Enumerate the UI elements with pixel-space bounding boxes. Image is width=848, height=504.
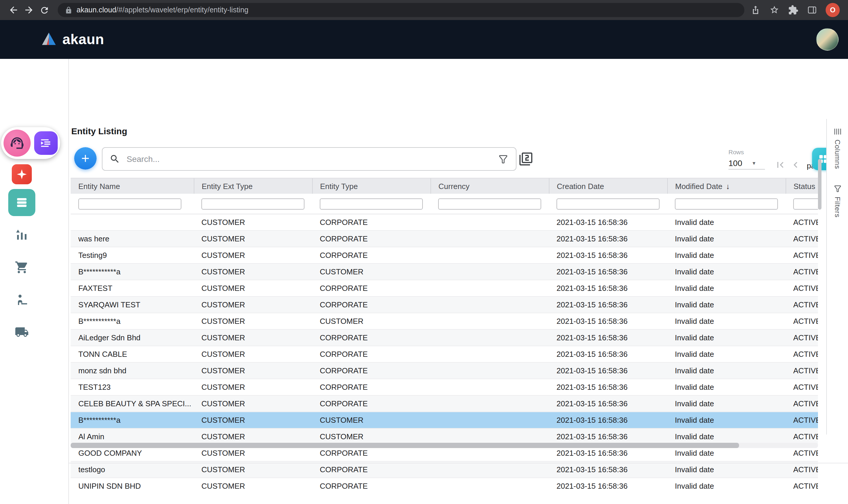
cell-name: Al Amin — [71, 428, 194, 445]
cell-created: 2021-03-15 16:58:36 — [549, 346, 667, 362]
column-header-currency[interactable]: Currency — [431, 178, 549, 194]
table-row[interactable]: B***********aCUSTOMERCUSTOMER2021-03-15 … — [71, 263, 818, 280]
column-header-entity-ext-type[interactable]: Entity Ext Type — [194, 178, 312, 194]
support-agent-button[interactable] — [3, 129, 31, 157]
analytics-icon — [15, 228, 29, 242]
side-panel-icon[interactable] — [807, 5, 817, 15]
column-header-status[interactable]: Status — [786, 178, 818, 194]
sidebar-item-shipping[interactable] — [14, 324, 30, 340]
column-header-entity-name[interactable]: Entity Name — [71, 178, 194, 194]
table-row[interactable]: Testing9CUSTOMERCORPORATE2021-03-15 16:5… — [71, 247, 818, 263]
chevron-down-icon: ▼ — [752, 160, 756, 166]
filter-input-creation-date[interactable] — [557, 198, 660, 209]
filter-input-modified-date[interactable] — [675, 198, 778, 209]
duplicate-view-button[interactable] — [519, 152, 533, 166]
rows-per-page-select[interactable]: 100 ▼ — [728, 157, 765, 169]
columns-panel-toggle[interactable]: Columns — [833, 127, 842, 169]
cell-status: ACTIVE — [786, 412, 818, 428]
table-row[interactable]: FAXTESTCUSTOMERCORPORATE2021-03-15 16:58… — [71, 280, 818, 296]
first-page-button[interactable] — [773, 158, 787, 172]
table-row[interactable]: was hereCUSTOMERCORPORATE2021-03-15 16:5… — [71, 230, 818, 247]
filters-panel-toggle[interactable]: Filters — [833, 184, 842, 218]
sidebar-item-cart[interactable] — [14, 260, 30, 275]
cell-ext: CUSTOMER — [194, 412, 312, 428]
cell-ext: CUSTOMER — [194, 296, 312, 313]
cell-created: 2021-03-15 16:58:36 — [549, 478, 667, 493]
agent-desk-icon — [15, 293, 29, 307]
table-row[interactable]: AiLedger Sdn BhdCUSTOMERCORPORATE2021-03… — [71, 329, 818, 346]
filter-funnel-icon[interactable] — [498, 154, 509, 165]
page-title: Entity Listing — [71, 126, 127, 136]
table-row[interactable]: TEST123CUSTOMERCORPORATE2021-03-15 16:58… — [71, 379, 818, 395]
chevron-left-icon — [790, 159, 801, 171]
forward-button[interactable] — [21, 2, 37, 18]
table-row[interactable]: CELEB BEAUTY & SPA SPECI...CUSTOMERCORPO… — [71, 395, 818, 412]
cell-status: ACTIVE — [786, 346, 818, 362]
column-header-creation-date[interactable]: Creation Date — [549, 178, 667, 194]
plus-icon — [79, 152, 91, 164]
table-row[interactable]: Al AminCUSTOMERCUSTOMER2021-03-15 16:58:… — [71, 428, 818, 445]
sidebar-applet-red[interactable] — [12, 164, 32, 184]
cell-name: TEST123 — [71, 379, 194, 395]
cell-currency — [431, 280, 549, 296]
table-row[interactable]: TONN CABLECUSTOMERCORPORATE2021-03-15 16… — [71, 346, 818, 362]
filter-input-status[interactable] — [793, 198, 818, 209]
server-stack-icon — [15, 196, 29, 210]
filter-cell-entity-type — [312, 194, 431, 214]
table-row[interactable]: monz sdn bhdCUSTOMERCORPORATE2021-03-15 … — [71, 362, 818, 379]
sidebar-item-analytics[interactable] — [14, 227, 30, 242]
horizontal-scrollbar[interactable] — [71, 443, 818, 448]
cell-status: ACTIVE — [786, 362, 818, 379]
vertical-scrollbar-thumb[interactable] — [818, 159, 822, 210]
forward-icon — [23, 5, 34, 15]
cell-created: 2021-03-15 16:58:36 — [549, 428, 667, 445]
table-row[interactable]: B***********aCUSTOMERCUSTOMER2021-03-15 … — [71, 412, 818, 428]
extensions-puzzle-icon[interactable] — [788, 5, 798, 15]
filter-input-entity-type[interactable] — [320, 198, 423, 209]
filter-input-entity-ext-type[interactable] — [201, 198, 304, 209]
column-header-modified-date[interactable]: Modified Date↓ — [667, 178, 786, 194]
horizontal-scrollbar-thumb[interactable] — [71, 443, 739, 448]
share-icon[interactable] — [750, 5, 761, 15]
cell-status: ACTIVE — [786, 247, 818, 263]
reload-button[interactable] — [37, 2, 52, 18]
table-row[interactable]: CUSTOMERCORPORATE2021-03-15 16:58:36Inva… — [71, 214, 818, 230]
column-header-label: Entity Type — [320, 182, 358, 191]
search-input[interactable] — [125, 154, 492, 164]
menu-open-button[interactable] — [34, 131, 58, 155]
cell-ext: CUSTOMER — [194, 313, 312, 329]
cell-ext: CUSTOMER — [194, 247, 312, 263]
truck-icon — [15, 325, 29, 339]
address-bar[interactable]: akaun.cloud/#/applets/wavelet/erp/entity… — [58, 3, 744, 17]
filter-input-currency[interactable] — [438, 198, 541, 209]
bookmark-star-icon[interactable] — [769, 5, 780, 15]
filter-input-entity-name[interactable] — [78, 198, 181, 209]
cell-created: 2021-03-15 16:58:36 — [549, 280, 667, 296]
back-button[interactable] — [6, 2, 21, 18]
add-entity-button[interactable] — [74, 147, 96, 169]
previous-page-button[interactable] — [789, 158, 802, 172]
cell-currency — [431, 247, 549, 263]
user-avatar[interactable] — [816, 28, 838, 51]
cell-created: 2021-03-15 16:58:36 — [549, 461, 667, 478]
cell-status: ACTIVE — [786, 379, 818, 395]
sort-desc-icon[interactable]: ↓ — [726, 182, 729, 191]
brand-logo[interactable]: akaun — [41, 31, 104, 48]
cell-type: CORPORATE — [312, 296, 431, 313]
sidebar-item-agent[interactable] — [14, 292, 30, 307]
browser-profile-avatar[interactable]: O — [826, 3, 840, 17]
table-row[interactable]: testlogoCUSTOMERCORPORATE2021-03-15 16:5… — [71, 461, 818, 478]
back-icon — [8, 5, 19, 15]
table-row[interactable]: SYARQAWI TESTCUSTOMERCORPORATE2021-03-15… — [71, 296, 818, 313]
table-row[interactable]: B***********aCUSTOMERCUSTOMER2021-03-15 … — [71, 313, 818, 329]
cell-modified: Invalid date — [667, 263, 786, 280]
cell-type: CUSTOMER — [312, 313, 431, 329]
cell-status: ACTIVE — [786, 230, 818, 247]
column-header-label: Entity Name — [78, 182, 120, 191]
browser-chrome: akaun.cloud/#/applets/wavelet/erp/entity… — [0, 0, 848, 20]
cell-currency — [431, 296, 549, 313]
table-row[interactable]: UNIPIN SDN BHDCUSTOMERCORPORATE2021-03-1… — [71, 478, 818, 493]
cell-name: B***********a — [71, 263, 194, 280]
column-header-entity-type[interactable]: Entity Type — [312, 178, 431, 194]
sidebar-applet-erp-active[interactable] — [8, 189, 35, 216]
